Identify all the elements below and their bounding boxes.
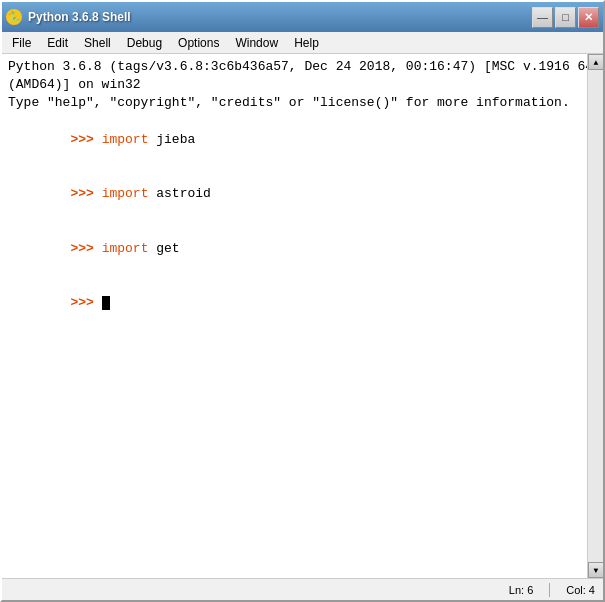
title-buttons: — □ ✕ — [532, 7, 599, 28]
import-keyword-3: import — [102, 241, 149, 256]
scroll-track[interactable] — [588, 70, 603, 562]
status-divider — [549, 583, 550, 597]
import-keyword-2: import — [102, 186, 149, 201]
window-title: Python 3.6.8 Shell — [28, 10, 131, 24]
banner-line1: Python 3.6.8 (tags/v3.6.8:3c6b436a57, De… — [8, 58, 597, 76]
maximize-button[interactable]: □ — [555, 7, 576, 28]
menu-window[interactable]: Window — [227, 32, 286, 53]
module-astroid: astroid — [148, 186, 210, 201]
menu-edit[interactable]: Edit — [39, 32, 76, 53]
prompt-2: >>> — [70, 186, 101, 201]
shell-content[interactable]: Python 3.6.8 (tags/v3.6.8:3c6b436a57, De… — [8, 58, 597, 574]
title-bar: 🐍 Python 3.6.8 Shell — □ ✕ — [2, 2, 603, 32]
title-bar-left: 🐍 Python 3.6.8 Shell — [6, 9, 131, 25]
cursor — [102, 296, 110, 310]
banner-line3: Type "help", "copyright", "credits" or "… — [8, 94, 597, 112]
menu-file[interactable]: File — [4, 32, 39, 53]
shell-line4: >>> — [8, 276, 597, 331]
app-icon: 🐍 — [6, 9, 22, 25]
module-jieba: jieba — [148, 132, 195, 147]
line-number: Ln: 6 — [509, 584, 533, 596]
menu-debug[interactable]: Debug — [119, 32, 170, 53]
scroll-down-button[interactable]: ▼ — [588, 562, 603, 578]
shell-area[interactable]: Python 3.6.8 (tags/v3.6.8:3c6b436a57, De… — [2, 54, 603, 578]
prompt-1: >>> — [70, 132, 101, 147]
import-keyword-1: import — [102, 132, 149, 147]
scroll-up-button[interactable]: ▲ — [588, 54, 603, 70]
menu-bar: File Edit Shell Debug Options Window Hel… — [2, 32, 603, 54]
prompt-3: >>> — [70, 241, 101, 256]
shell-line3: >>> import get — [8, 222, 597, 277]
menu-help[interactable]: Help — [286, 32, 327, 53]
prompt-4: >>> — [70, 295, 101, 310]
minimize-button[interactable]: — — [532, 7, 553, 28]
column-number: Col: 4 — [566, 584, 595, 596]
menu-shell[interactable]: Shell — [76, 32, 119, 53]
scrollbar[interactable]: ▲ ▼ — [587, 54, 603, 578]
menu-options[interactable]: Options — [170, 32, 227, 53]
shell-line2: >>> import astroid — [8, 167, 597, 222]
module-get: get — [148, 241, 179, 256]
close-button[interactable]: ✕ — [578, 7, 599, 28]
shell-line1: >>> import jieba — [8, 113, 597, 168]
main-window: 🐍 Python 3.6.8 Shell — □ ✕ File Edit She… — [0, 0, 605, 602]
status-bar: Ln: 6 Col: 4 — [2, 578, 603, 600]
banner-line2: (AMD64)] on win32 — [8, 76, 597, 94]
